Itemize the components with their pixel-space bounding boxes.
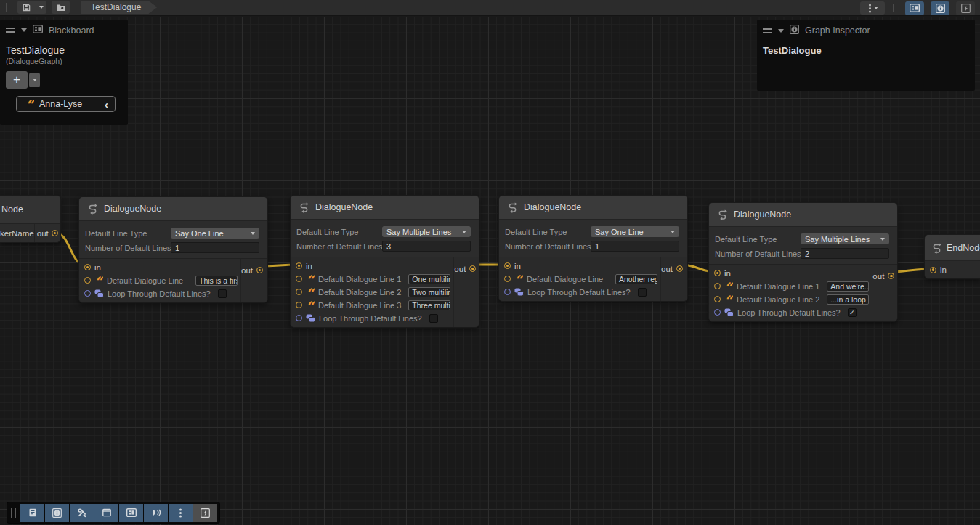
dialogue-node-4[interactable]: DialogueNode Default Line Type Say Multi… — [708, 202, 898, 322]
node-header[interactable]: DialogueNode — [709, 203, 897, 227]
out-port[interactable] — [469, 265, 476, 272]
node-header[interactable]: DialogueNode — [79, 197, 267, 221]
prop-label: Default Line Type — [85, 229, 171, 238]
blackboard-field[interactable]: Anna-Lyse — [16, 96, 116, 112]
graph-type: (DialogueGraph) — [0, 56, 128, 65]
num-lines-field[interactable]: 1 — [591, 241, 679, 252]
num-lines-field[interactable]: 2 — [801, 248, 889, 259]
save-button[interactable] — [17, 1, 36, 14]
end-node[interactable]: EndNode in — [924, 234, 980, 279]
more-options-button[interactable] — [169, 504, 193, 522]
info-icon — [52, 508, 62, 518]
num-lines-field[interactable]: 3 — [382, 241, 471, 252]
collapse-chevron-icon[interactable] — [105, 99, 108, 110]
minimap-toggle-button[interactable] — [956, 1, 975, 15]
dialogue-node-1[interactable]: DialogueNode Default Line Type Say One L… — [78, 196, 268, 303]
add-field-button[interactable]: + — [6, 71, 28, 89]
console-panel-button[interactable] — [20, 504, 44, 522]
graph-tab[interactable]: TestDialogue — [81, 1, 157, 14]
tools-icon — [77, 508, 87, 518]
loop-port[interactable] — [714, 309, 721, 316]
out-port[interactable] — [52, 230, 58, 236]
loop-checkbox[interactable] — [429, 314, 438, 323]
minimap-button[interactable] — [193, 504, 217, 522]
out-port-label: out — [241, 266, 253, 275]
dialogue-node-icon — [506, 201, 518, 213]
collapse-triangle-icon[interactable] — [21, 28, 27, 32]
loop-checkbox[interactable] — [638, 288, 647, 297]
dialogue-line-field[interactable]: Another regu — [615, 274, 657, 284]
dialogue-line-field[interactable]: ...in a loop — [827, 294, 869, 305]
node-title: EndNode — [947, 243, 980, 253]
chevron-down-icon — [33, 79, 37, 81]
out-port-label: out — [661, 265, 673, 273]
chevron-down-icon — [671, 231, 675, 233]
loop-checkbox[interactable]: ✓ — [848, 308, 857, 317]
loop-port[interactable] — [504, 289, 511, 295]
dialogue-line-field[interactable]: Three multilin — [408, 300, 450, 310]
dialogue-line-field[interactable]: And we're... — [827, 281, 869, 292]
loop-icon — [514, 288, 524, 297]
dialogue-node-3[interactable]: DialogueNode Default Line Type Say One L… — [498, 195, 688, 302]
line-type-dropdown[interactable]: Say One Line — [591, 226, 679, 237]
quote-icon — [724, 295, 733, 304]
quote-icon — [94, 276, 103, 285]
in-port[interactable] — [930, 267, 936, 273]
line-type-dropdown[interactable]: Say Multiple Lines — [382, 226, 471, 237]
node-header[interactable]: DialogueNode — [291, 196, 479, 220]
out-port[interactable] — [256, 267, 263, 273]
window-panel-button[interactable] — [94, 504, 118, 522]
node-header[interactable]: DialogueNode — [499, 196, 687, 220]
dialogue-line-field[interactable]: Two multiline — [408, 287, 450, 297]
out-port-label: out — [37, 229, 49, 238]
line-port[interactable] — [296, 276, 302, 282]
num-lines-field[interactable]: 1 — [171, 242, 259, 253]
line-port[interactable] — [296, 302, 302, 308]
dialogue-preview-button[interactable] — [144, 504, 168, 522]
open-asset-button[interactable] — [52, 1, 70, 14]
out-port[interactable] — [888, 273, 894, 279]
line-port[interactable] — [714, 296, 721, 302]
line-port[interactable] — [84, 277, 91, 284]
quote-icon — [306, 288, 315, 297]
blackboard-panel-button[interactable] — [119, 504, 143, 522]
node-title: DialogueNode — [104, 204, 161, 214]
out-port[interactable] — [676, 265, 683, 272]
window-icon — [102, 508, 112, 518]
line-type-dropdown[interactable]: Say Multiple Lines — [801, 233, 889, 244]
blackboard-toggle-button[interactable] — [905, 1, 924, 15]
add-field-dropdown-button[interactable] — [29, 73, 40, 87]
drag-handle-icon[interactable] — [763, 28, 772, 33]
dialogue-line-field[interactable]: This is a first — [195, 276, 238, 286]
options-button[interactable] — [860, 1, 885, 15]
drag-handle-icon[interactable] — [6, 28, 15, 33]
line-port[interactable] — [296, 289, 302, 295]
drag-handle-icon[interactable] — [11, 508, 16, 518]
in-port[interactable] — [714, 270, 721, 276]
in-port[interactable] — [84, 264, 91, 270]
loop-port[interactable] — [84, 290, 91, 297]
node-header[interactable]: EndNode — [925, 235, 980, 261]
start-node[interactable]: Node kerName out — [0, 195, 61, 243]
in-port[interactable] — [504, 262, 511, 269]
collapse-triangle-icon[interactable] — [778, 29, 784, 33]
inspector-panel-button[interactable] — [45, 504, 69, 522]
graph-name: TestDialogue — [0, 39, 128, 56]
save-dropdown-button[interactable] — [36, 1, 46, 14]
loop-checkbox[interactable] — [218, 289, 227, 298]
prop-label: Default Line Type — [296, 228, 382, 236]
in-port[interactable] — [296, 262, 302, 269]
graph-toolbar: TestDialogue — [0, 0, 980, 16]
dialogue-line-field[interactable]: One multiline — [408, 274, 450, 284]
line-port[interactable] — [504, 276, 511, 282]
line-port[interactable] — [714, 283, 721, 289]
tools-panel-button[interactable] — [70, 504, 94, 522]
quote-icon — [306, 275, 315, 284]
loop-port[interactable] — [296, 315, 302, 321]
node-header[interactable]: Node — [0, 196, 60, 224]
dialogue-node-icon — [86, 203, 98, 215]
dialogue-node-2[interactable]: DialogueNode Default Line Type Say Multi… — [290, 195, 479, 328]
line-type-dropdown[interactable]: Say One Line — [171, 228, 259, 239]
inspector-toggle-button[interactable] — [931, 1, 949, 15]
node-title: Node — [1, 204, 23, 215]
